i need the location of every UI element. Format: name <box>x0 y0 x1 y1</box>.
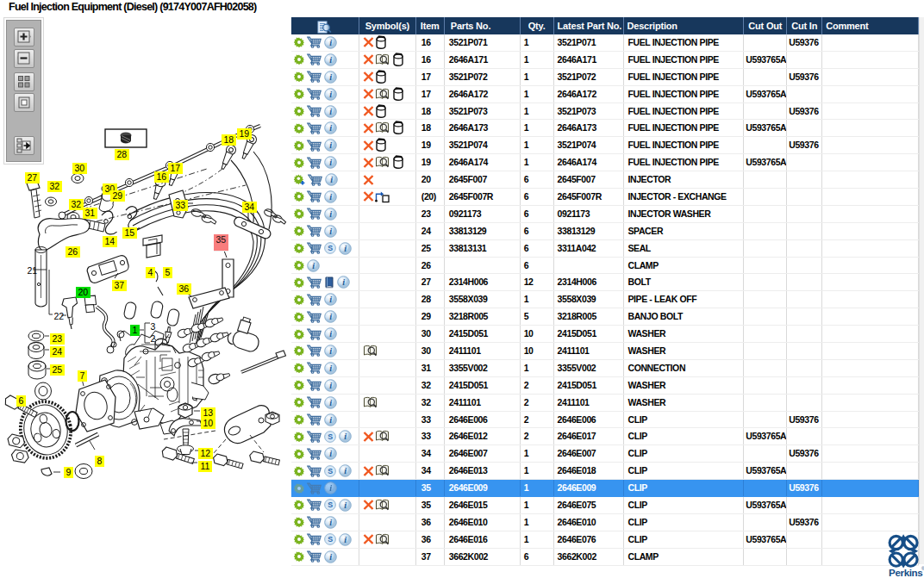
svg-text:Perkins: Perkins <box>889 567 922 578</box>
svg-text:S: S <box>328 467 333 475</box>
svg-text:S: S <box>328 244 333 252</box>
svg-text:S: S <box>328 536 333 544</box>
svg-text:S: S <box>328 432 333 441</box>
svg-text:S: S <box>328 501 333 510</box>
